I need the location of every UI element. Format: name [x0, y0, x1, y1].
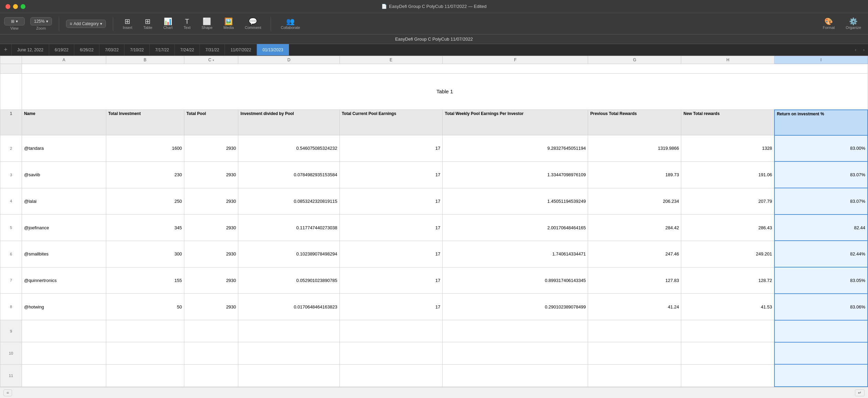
close-button[interactable] — [6, 4, 10, 9]
bottom-right-button[interactable]: ↵ — [855, 389, 865, 396]
cell-previous-rewards[interactable]: 41.24 — [588, 294, 681, 320]
cell-new-rewards[interactable]: 207.79 — [681, 188, 774, 214]
cell-return-on-investment[interactable]: 83.00% — [774, 135, 868, 162]
cell-name[interactable]: @hotwing — [22, 294, 106, 320]
cell-name[interactable]: @lalai — [22, 188, 106, 214]
cell-total-pool[interactable]: 2930 — [184, 161, 238, 188]
cell-return-on-investment[interactable]: 82.44 — [774, 214, 868, 241]
cell-total-investment[interactable]: 1600 — [106, 135, 184, 162]
shape-button[interactable]: ⬜ Shape — [199, 17, 215, 31]
tab-nav-next[interactable]: › — [860, 44, 868, 55]
tab-0[interactable]: June 12, 2022 — [12, 44, 49, 55]
cell-name[interactable]: @tandara — [22, 135, 106, 162]
tab-nav-prev[interactable]: ‹ — [851, 44, 860, 55]
cell-total-pool[interactable]: 2930 — [184, 241, 238, 267]
tab-9[interactable]: 01/13/2023 — [257, 44, 289, 55]
cell-weekly-pool[interactable]: 1.45051194539249 — [443, 188, 588, 214]
col-header-D[interactable]: D — [238, 56, 339, 64]
cell-return-on-investment[interactable]: 83.06% — [774, 294, 868, 320]
minimize-button[interactable] — [13, 4, 18, 9]
col-header-C[interactable]: C ▾ — [184, 56, 238, 64]
cell-total-current-pool[interactable]: 17 — [339, 241, 443, 267]
col-header-B[interactable]: B — [106, 56, 184, 64]
cell-previous-rewards[interactable]: 189.73 — [588, 161, 681, 188]
add-category-button[interactable]: ≡ Add Category ▾ — [66, 20, 106, 28]
cell-previous-rewards[interactable]: 206.234 — [588, 188, 681, 214]
col-header-E[interactable]: E — [339, 56, 443, 64]
tab-2[interactable]: 6/26/22 — [74, 44, 99, 55]
view-button[interactable]: ⊞ ▾ — [4, 17, 25, 25]
cell-total-current-pool[interactable]: 17 — [339, 294, 443, 320]
cell-weekly-pool[interactable]: 1.740614334471 — [443, 241, 588, 267]
cell-investment-divided[interactable]: 0.546075085324232 — [238, 135, 339, 162]
cell-name[interactable]: @smallbites — [22, 241, 106, 267]
cell-new-rewards[interactable]: 128.72 — [681, 267, 774, 294]
tab-5[interactable]: 7/17/22 — [150, 44, 175, 55]
cell-total-investment[interactable]: 230 — [106, 161, 184, 188]
cell-name[interactable]: @joefinance — [22, 214, 106, 241]
collaborate-button[interactable]: 👥 Collaborate — [278, 17, 303, 31]
cell-total-current-pool[interactable]: 17 — [339, 135, 443, 162]
maximize-button[interactable] — [21, 4, 25, 9]
zoom-button[interactable]: 125% ▾ — [30, 17, 52, 25]
cell-new-rewards[interactable]: 41.53 — [681, 294, 774, 320]
cell-total-current-pool[interactable]: 17 — [339, 214, 443, 241]
cell-investment-divided[interactable]: 0.0853242320819115 — [238, 188, 339, 214]
cell-weekly-pool[interactable]: 1.33447098976109 — [443, 161, 588, 188]
cell-previous-rewards[interactable]: 284.42 — [588, 214, 681, 241]
cell-name[interactable]: @quinnertronics — [22, 267, 106, 294]
tab-3[interactable]: 7/03/22 — [99, 44, 124, 55]
text-button[interactable]: T Text — [181, 17, 193, 31]
cell-weekly-pool[interactable]: 2.00170648464165 — [443, 214, 588, 241]
cell-total-current-pool[interactable]: 17 — [339, 267, 443, 294]
cell-name[interactable]: @saviib — [22, 161, 106, 188]
cell-investment-divided[interactable]: 0.102389078498294 — [238, 241, 339, 267]
tab-8[interactable]: 11/07/2022 — [225, 44, 257, 55]
cell-return-on-investment[interactable]: 83.07% — [774, 161, 868, 188]
cell-previous-rewards[interactable]: 247.46 — [588, 241, 681, 267]
col-header-G[interactable]: G — [588, 56, 681, 64]
cell-investment-divided[interactable]: 0.0784982935153584 — [238, 161, 339, 188]
chart-button[interactable]: 📊 Chart — [161, 17, 175, 31]
cell-total-investment[interactable]: 250 — [106, 188, 184, 214]
cell-total-investment[interactable]: 345 — [106, 214, 184, 241]
cell-total-pool[interactable]: 2930 — [184, 135, 238, 162]
col-header-A[interactable]: A — [22, 56, 106, 64]
format-button[interactable]: 🎨 Format — [820, 17, 838, 31]
cell-previous-rewards[interactable]: 1319.9866 — [588, 135, 681, 162]
col-header-F[interactable]: F — [443, 56, 588, 64]
tab-4[interactable]: 7/10/22 — [124, 44, 150, 55]
cell-return-on-investment[interactable]: 83.07% — [774, 188, 868, 214]
cell-total-pool[interactable]: 2930 — [184, 267, 238, 294]
cell-new-rewards[interactable]: 1328 — [681, 135, 774, 162]
cell-new-rewards[interactable]: 286.43 — [681, 214, 774, 241]
tab-1[interactable]: 6/19/22 — [49, 44, 74, 55]
comment-button[interactable]: 💬 Comment — [242, 17, 264, 31]
tab-bar[interactable]: + June 12, 20226/19/226/26/227/03/227/10… — [0, 44, 868, 56]
add-tab-button[interactable]: + — [0, 44, 12, 55]
cell-total-pool[interactable]: 2930 — [184, 188, 238, 214]
table-button[interactable]: ⊞ Table — [141, 17, 155, 31]
cell-total-investment[interactable]: 50 — [106, 294, 184, 320]
cell-total-pool[interactable]: 2930 — [184, 294, 238, 320]
organize-button[interactable]: ⚙️ Organize — [843, 17, 864, 31]
cell-total-investment[interactable]: 155 — [106, 267, 184, 294]
cell-total-current-pool[interactable]: 17 — [339, 188, 443, 214]
cell-total-investment[interactable]: 300 — [106, 241, 184, 267]
cell-total-current-pool[interactable]: 17 — [339, 161, 443, 188]
col-header-H[interactable]: H — [681, 56, 774, 64]
cell-investment-divided[interactable]: 0.117747440273038 — [238, 214, 339, 241]
col-header-I[interactable]: I — [774, 56, 868, 64]
cell-new-rewards[interactable]: 191.06 — [681, 161, 774, 188]
cell-weekly-pool[interactable]: 0.290102389078499 — [443, 294, 588, 320]
cell-total-pool[interactable]: 2930 — [184, 214, 238, 241]
bottom-left-button[interactable]: = — [3, 389, 12, 396]
insert-button[interactable]: ⊞ Insert — [120, 17, 135, 31]
cell-previous-rewards[interactable]: 127.83 — [588, 267, 681, 294]
cell-weekly-pool[interactable]: 9.28327645051194 — [443, 135, 588, 162]
cell-new-rewards[interactable]: 249.201 — [681, 241, 774, 267]
tab-7[interactable]: 7/31/22 — [200, 44, 225, 55]
tab-6[interactable]: 7/24/22 — [175, 44, 200, 55]
cell-return-on-investment[interactable]: 82.44% — [774, 241, 868, 267]
cell-investment-divided[interactable]: 0.0170648464163823 — [238, 294, 339, 320]
